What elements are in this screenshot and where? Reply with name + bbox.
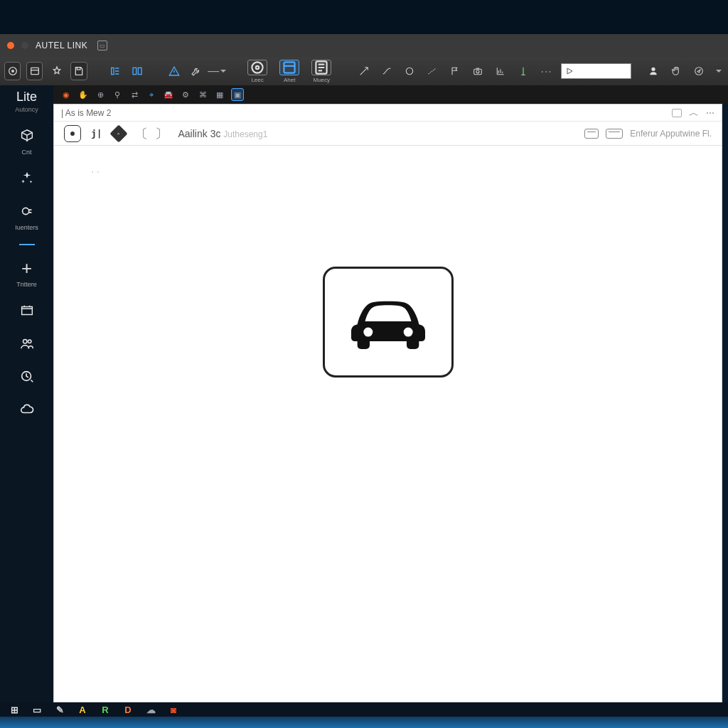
document-title: Aailink 3c Jutheseng1 [178, 128, 268, 139]
pin-icon[interactable]: ⚲ [112, 89, 123, 100]
settings-dropdown[interactable] [712, 62, 724, 80]
chevron-up-icon[interactable]: ︿ [689, 107, 699, 119]
toolbar-right-group [644, 62, 724, 80]
save-icon[interactable] [70, 62, 87, 80]
aspect-icon[interactable] [584, 129, 599, 139]
taskbar-app-a[interactable]: A [77, 704, 88, 715]
taskbar-app-r[interactable]: R [100, 704, 111, 715]
sidebar: Lite Autoncy Cnt Iuenters + Tnttere [0, 85, 53, 702]
columns-icon[interactable] [129, 62, 146, 80]
svg-point-7 [252, 62, 262, 73]
warning-icon[interactable] [166, 62, 182, 80]
taskbar-start[interactable]: ⊞ [9, 704, 20, 715]
sidebar-item-add[interactable]: + Tnttere [0, 258, 53, 288]
camera-icon[interactable] [469, 62, 487, 80]
dropdown-icon[interactable]: — [210, 62, 224, 80]
gear-icon[interactable]: ⚙ [180, 89, 191, 100]
tool-leec[interactable]: Leec [245, 60, 271, 83]
search-input[interactable] [561, 63, 631, 79]
taskbar-pen[interactable]: ✎ [54, 704, 65, 715]
taskbar-app-d[interactable]: D [122, 704, 134, 715]
taskbar-glow [0, 717, 728, 728]
arrow-icon[interactable] [355, 62, 373, 80]
tool-ahet[interactable]: Ahet [277, 60, 303, 83]
plug-icon [17, 201, 37, 221]
hand-icon[interactable] [667, 62, 685, 80]
user-icon[interactable] [644, 62, 663, 80]
curve-icon[interactable] [378, 62, 396, 80]
svg-point-8 [256, 65, 259, 68]
home-button[interactable] [4, 62, 21, 80]
star-icon[interactable] [48, 62, 65, 80]
sidebar-item-clock[interactable] [0, 366, 53, 386]
plus-icon: + [17, 258, 37, 278]
pause-icon[interactable]: j| [91, 128, 102, 139]
svg-rect-4 [112, 68, 114, 74]
titlebar: AUTEL LINK ▭ [0, 34, 728, 57]
circle-icon[interactable] [400, 62, 419, 80]
document-tab[interactable]: | As is Mew 2 [61, 108, 111, 118]
sidebar-item-iuenters[interactable]: Iuenters [0, 201, 53, 231]
flag-icon[interactable] [446, 62, 464, 80]
window-close-dot[interactable] [7, 42, 14, 49]
sidebar-item-sparkle[interactable] [0, 168, 53, 188]
sidebar-item-cnt[interactable]: Cnt [0, 126, 53, 156]
list-icon[interactable] [107, 62, 124, 80]
tool-muecy[interactable]: Muecy [309, 60, 335, 83]
taskbar-app-red[interactable]: ◙ [168, 704, 179, 715]
svg-rect-9 [284, 62, 295, 73]
ellipsis-icon: ·· [91, 166, 102, 178]
svg-rect-16 [21, 309, 32, 314]
vehicle-tile[interactable] [323, 267, 454, 378]
document-icon: ▭ [97, 41, 107, 50]
divider-icon [19, 244, 35, 245]
more-icon[interactable]: ⋯ [706, 108, 714, 118]
taskbar: ⊞ ▭ ✎ A R D ☁ ◙ [0, 702, 728, 717]
sidebar-item-people[interactable] [0, 333, 53, 353]
more-dots-icon[interactable]: ⋯ [537, 62, 555, 80]
svg-rect-5 [133, 68, 136, 74]
document-subbar: j| ◦ 〔 〕 Aailink 3c Jutheseng1 Enferur A… [54, 122, 722, 146]
right-hint-label: Enferur Apputwine Fl. [630, 129, 712, 139]
sidebar-title: Lite [16, 90, 37, 105]
grid-icon[interactable]: ▦ [214, 89, 225, 100]
main-toolbar: — Leec Ahet Muecy ⋯ [0, 57, 728, 85]
panel-icon[interactable] [26, 62, 43, 80]
svg-point-1 [11, 70, 14, 73]
target-icon[interactable]: ◉ [60, 89, 72, 100]
sidebar-item-cloud[interactable] [0, 399, 53, 419]
ruler-icon[interactable] [514, 62, 532, 80]
sparkle-icon [17, 168, 37, 188]
document-frame: | As is Mew 2 ︿ ⋯ j| ◦ 〔 〕 Aailink 3c Ju… [53, 104, 722, 702]
compass-icon[interactable] [690, 62, 708, 80]
cloud-icon [17, 399, 37, 419]
svg-point-18 [28, 340, 31, 343]
record-button[interactable] [64, 125, 81, 142]
transfer-icon[interactable]: ⇄ [129, 89, 140, 100]
axis-icon[interactable]: ⌖ [146, 89, 157, 100]
svg-rect-6 [139, 68, 142, 74]
svg-rect-3 [77, 68, 80, 70]
canvas[interactable]: ·· [54, 146, 722, 702]
window-min-dot[interactable] [21, 42, 28, 49]
wrench-icon[interactable] [188, 62, 204, 80]
svg-point-20 [70, 132, 75, 136]
grab-icon[interactable]: ✋ [77, 89, 89, 100]
window-restore-icon[interactable] [672, 109, 682, 117]
taskbar-explorer[interactable]: ▭ [31, 704, 43, 715]
taskbar-cloud[interactable]: ☁ [145, 704, 156, 715]
people-icon [17, 333, 37, 353]
misc-tools-group: ⋯ [355, 62, 555, 80]
vehicle-icon[interactable]: 🚘 [163, 89, 174, 100]
chart-icon[interactable] [491, 62, 510, 80]
diamond-icon[interactable]: ◦ [109, 124, 127, 142]
bracket-icon[interactable]: 〔 〕 [135, 125, 168, 142]
sidebar-item-frame[interactable] [0, 301, 53, 321]
cube-icon [17, 126, 37, 146]
screen-icon[interactable] [606, 129, 623, 139]
active-tool-icon[interactable]: ▣ [231, 88, 244, 101]
dotted-icon[interactable] [423, 62, 441, 80]
scroll-icon[interactable]: ⌘ [197, 89, 208, 100]
svg-point-14 [695, 68, 703, 75]
globe-icon[interactable]: ⊕ [95, 89, 106, 100]
